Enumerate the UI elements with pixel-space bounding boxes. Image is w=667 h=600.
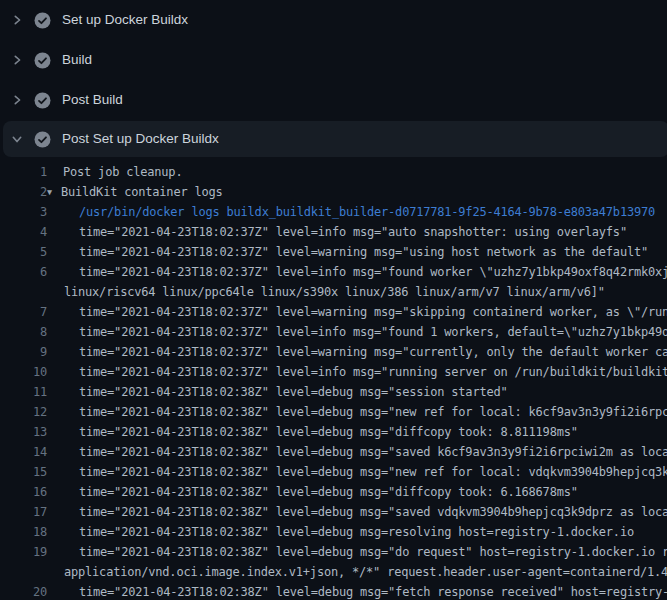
log-line-text: time="2021-04-23T18:02:37Z" level=warnin… (79, 302, 667, 322)
step-section-post-build[interactable]: Post Build (0, 80, 667, 120)
log-line: 17 time="2021-04-23T18:02:38Z" level=deb… (0, 502, 667, 522)
log-line-text: application/vnd.oci.image.index.v1+json,… (64, 562, 667, 582)
log-line: 2 ▼BuildKit container logs (0, 182, 667, 202)
log-line: 14 time="2021-04-23T18:02:38Z" level=deb… (0, 442, 667, 462)
status-icon-cell (34, 12, 51, 29)
chevron-right-icon (11, 54, 23, 66)
log-line-text: time="2021-04-23T18:02:37Z" level=info m… (79, 322, 667, 342)
log-line-number[interactable]: 17 (0, 502, 47, 522)
check-circle-icon (34, 92, 51, 109)
log-line-number[interactable]: 6 (0, 262, 47, 282)
log-line: 12 time="2021-04-23T18:02:38Z" level=deb… (0, 402, 667, 422)
chevron-cell (0, 133, 34, 145)
log-line-number[interactable]: 16 (0, 482, 47, 502)
log-line: application/vnd.oci.image.index.v1+json,… (0, 562, 667, 582)
log-line-text: time="2021-04-23T18:02:38Z" level=debug … (79, 402, 667, 422)
log-line-number[interactable]: 5 (0, 242, 47, 262)
log-line-number[interactable]: 10 (0, 362, 47, 382)
log-line-number[interactable]: 8 (0, 322, 47, 342)
check-circle-icon (34, 12, 51, 29)
step-section-label: Post Set up Docker Buildx (62, 132, 219, 146)
step-section-post-set-up-docker-buildx[interactable]: Post Set up Docker Buildx (0, 120, 667, 158)
log-line-number[interactable]: 20 (0, 582, 47, 600)
log-line-number[interactable]: 7 (0, 302, 47, 322)
log-line-text: time="2021-04-23T18:02:38Z" level=debug … (79, 542, 667, 562)
log-line: 11 time="2021-04-23T18:02:38Z" level=deb… (0, 382, 667, 402)
log-line: 5 time="2021-04-23T18:02:37Z" level=warn… (0, 242, 667, 262)
chevron-right-icon (11, 14, 23, 26)
log-line-text: time="2021-04-23T18:02:38Z" level=debug … (79, 522, 634, 542)
status-icon-cell (34, 92, 51, 109)
log-line-number[interactable]: 1 (0, 162, 47, 182)
log-line: 19 time="2021-04-23T18:02:38Z" level=deb… (0, 542, 667, 562)
log-line: linux/riscv64 linux/ppc64le linux/s390x … (0, 282, 667, 302)
log-line-number[interactable]: 14 (0, 442, 47, 462)
log-line: 15 time="2021-04-23T18:02:38Z" level=deb… (0, 462, 667, 482)
log-line-text: time="2021-04-23T18:02:37Z" level=info m… (79, 362, 667, 382)
log-line-text: linux/riscv64 linux/ppc64le linux/s390x … (64, 282, 605, 302)
log-line-number[interactable]: 19 (0, 542, 47, 562)
chevron-right-icon (11, 94, 23, 106)
step-section-label: Set up Docker Buildx (62, 13, 188, 27)
log-line: 9 time="2021-04-23T18:02:37Z" level=warn… (0, 342, 667, 362)
step-section-label: Post Build (62, 93, 123, 107)
check-circle-icon (34, 131, 51, 148)
log-line: 8 time="2021-04-23T18:02:37Z" level=info… (0, 322, 667, 342)
log-output: 1 Post job cleanup. 2 ▼BuildKit containe… (0, 162, 667, 600)
log-line: 3 /usr/bin/docker logs buildx_buildkit_b… (0, 202, 667, 222)
chevron-cell (0, 14, 34, 26)
log-line-text: time="2021-04-23T18:02:38Z" level=debug … (79, 442, 667, 462)
log-line-number[interactable]: 12 (0, 402, 47, 422)
log-line-number[interactable]: 2 (0, 182, 47, 202)
log-line-text: time="2021-04-23T18:02:38Z" level=debug … (79, 462, 667, 482)
log-line-number (0, 282, 47, 302)
log-line-number[interactable]: 11 (0, 382, 47, 402)
log-line-text: time="2021-04-23T18:02:37Z" level=warnin… (79, 242, 648, 262)
log-line-text: time="2021-04-23T18:02:38Z" level=debug … (79, 502, 667, 522)
chevron-cell (0, 94, 34, 106)
log-line: 7 time="2021-04-23T18:02:37Z" level=warn… (0, 302, 667, 322)
log-line-number[interactable]: 9 (0, 342, 47, 362)
log-line: 4 time="2021-04-23T18:02:37Z" level=info… (0, 222, 667, 242)
log-line: 20 time="2021-04-23T18:02:38Z" level=deb… (0, 582, 667, 600)
log-line: 10 time="2021-04-23T18:02:37Z" level=inf… (0, 362, 667, 382)
log-line-number[interactable]: 13 (0, 422, 47, 442)
log-line-text: time="2021-04-23T18:02:37Z" level=info m… (79, 222, 627, 242)
status-icon-cell (34, 131, 51, 148)
log-line-number[interactable]: 18 (0, 522, 47, 542)
log-line-text: /usr/bin/docker logs buildx_buildkit_bui… (79, 202, 655, 222)
log-line-text: time="2021-04-23T18:02:38Z" level=debug … (79, 482, 578, 502)
log-line-text: time="2021-04-23T18:02:38Z" level=debug … (79, 382, 508, 402)
status-icon-cell (34, 52, 51, 69)
log-line-text: time="2021-04-23T18:02:37Z" level=warnin… (79, 342, 667, 362)
step-section-build[interactable]: Build (0, 40, 667, 80)
log-line: 13 time="2021-04-23T18:02:38Z" level=deb… (0, 422, 667, 442)
step-section-list: Set up Docker Buildx Build (0, 0, 667, 158)
chevron-cell (0, 54, 34, 66)
log-line: 18 time="2021-04-23T18:02:38Z" level=deb… (0, 522, 667, 542)
log-line: 16 time="2021-04-23T18:02:38Z" level=deb… (0, 482, 667, 502)
log-line-text: time="2021-04-23T18:02:38Z" level=debug … (79, 422, 578, 442)
log-line-text: time="2021-04-23T18:02:37Z" level=info m… (79, 262, 667, 282)
log-line: 6 time="2021-04-23T18:02:37Z" level=info… (0, 262, 667, 282)
step-section-set-up-docker-buildx[interactable]: Set up Docker Buildx (0, 0, 667, 40)
group-expanded-triangle-icon[interactable]: ▼ (47, 182, 61, 202)
log-line-number[interactable]: 15 (0, 462, 47, 482)
log-line: 1 Post job cleanup. (0, 162, 667, 182)
step-section-label: Build (62, 53, 92, 67)
actions-log-viewer: Set up Docker Buildx Build (0, 0, 667, 600)
log-line-number[interactable]: 4 (0, 222, 47, 242)
check-circle-icon (34, 52, 51, 69)
log-line-number[interactable]: 3 (0, 202, 47, 222)
chevron-down-icon (11, 133, 23, 145)
log-line-text: time="2021-04-23T18:02:38Z" level=debug … (79, 582, 667, 600)
log-line-number (0, 562, 47, 582)
log-line-text: ▼BuildKit container logs (47, 182, 223, 202)
group-label[interactable]: BuildKit container logs (61, 182, 223, 202)
log-line-text: Post job cleanup. (63, 162, 182, 182)
